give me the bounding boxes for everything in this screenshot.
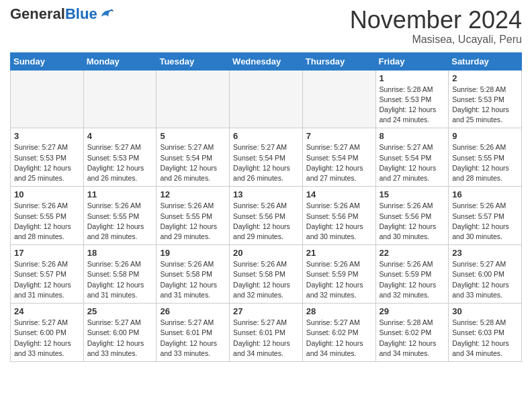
day-info: Sunrise: 5:28 AM Sunset: 5:53 PM Dayligh…: [380, 85, 445, 126]
calendar-cell: 9Sunrise: 5:26 AM Sunset: 5:55 PM Daylig…: [449, 128, 522, 187]
calendar-cell: 19Sunrise: 5:26 AM Sunset: 5:58 PM Dayli…: [157, 245, 230, 304]
day-number: 16: [452, 189, 518, 199]
day-info: Sunrise: 5:27 AM Sunset: 5:54 PM Dayligh…: [306, 142, 372, 183]
calendar-cell: [230, 70, 303, 128]
calendar-cell: 30Sunrise: 5:28 AM Sunset: 6:03 PM Dayli…: [449, 304, 522, 362]
day-info: Sunrise: 5:26 AM Sunset: 5:55 PM Dayligh…: [160, 201, 226, 242]
day-number: 25: [87, 306, 153, 316]
calendar-cell: 8Sunrise: 5:27 AM Sunset: 5:54 PM Daylig…: [375, 128, 449, 187]
day-info: Sunrise: 5:26 AM Sunset: 5:56 PM Dayligh…: [306, 201, 372, 242]
location-title: Masisea, Ucayali, Peru: [350, 34, 522, 46]
day-number: 18: [87, 248, 153, 258]
calendar-cell: [302, 70, 375, 128]
calendar-cell: 10Sunrise: 5:26 AM Sunset: 5:55 PM Dayli…: [11, 187, 84, 245]
calendar-week-row: 1Sunrise: 5:28 AM Sunset: 5:53 PM Daylig…: [11, 70, 522, 128]
calendar-cell: 26Sunrise: 5:27 AM Sunset: 6:01 PM Dayli…: [157, 304, 230, 362]
calendar-cell: 27Sunrise: 5:27 AM Sunset: 6:01 PM Dayli…: [230, 304, 303, 362]
logo-general-text: General: [10, 7, 65, 21]
calendar-table: SundayMondayTuesdayWednesdayThursdayFrid…: [10, 52, 522, 362]
day-number: 22: [380, 248, 445, 258]
day-info: Sunrise: 5:26 AM Sunset: 5:55 PM Dayligh…: [14, 201, 80, 242]
day-number: 13: [233, 189, 299, 199]
logo-bird-icon: [99, 7, 114, 21]
day-number: 10: [14, 189, 80, 199]
calendar-cell: 20Sunrise: 5:26 AM Sunset: 5:58 PM Dayli…: [230, 245, 303, 304]
day-number: 5: [160, 131, 226, 141]
day-info: Sunrise: 5:27 AM Sunset: 6:00 PM Dayligh…: [14, 318, 80, 359]
day-info: Sunrise: 5:26 AM Sunset: 5:55 PM Dayligh…: [452, 142, 518, 183]
day-number: 27: [233, 306, 299, 316]
day-number: 6: [233, 131, 299, 141]
day-info: Sunrise: 5:26 AM Sunset: 5:59 PM Dayligh…: [306, 259, 372, 300]
calendar-cell: 14Sunrise: 5:26 AM Sunset: 5:56 PM Dayli…: [302, 187, 375, 245]
day-info: Sunrise: 5:27 AM Sunset: 5:54 PM Dayligh…: [233, 142, 299, 183]
day-info: Sunrise: 5:28 AM Sunset: 5:53 PM Dayligh…: [452, 85, 518, 126]
day-info: Sunrise: 5:27 AM Sunset: 6:02 PM Dayligh…: [306, 318, 372, 359]
day-number: 7: [306, 131, 372, 141]
day-info: Sunrise: 5:26 AM Sunset: 5:59 PM Dayligh…: [380, 259, 445, 300]
weekday-header-thursday: Thursday: [302, 52, 375, 70]
day-number: 8: [380, 131, 445, 141]
day-number: 20: [233, 248, 299, 258]
day-number: 15: [380, 189, 445, 199]
day-info: Sunrise: 5:26 AM Sunset: 5:56 PM Dayligh…: [380, 201, 445, 242]
weekday-header-wednesday: Wednesday: [230, 52, 303, 70]
calendar-week-row: 3Sunrise: 5:27 AM Sunset: 5:53 PM Daylig…: [11, 128, 522, 187]
day-number: 21: [306, 248, 372, 258]
day-info: Sunrise: 5:26 AM Sunset: 5:57 PM Dayligh…: [14, 259, 80, 300]
day-info: Sunrise: 5:28 AM Sunset: 6:03 PM Dayligh…: [452, 318, 518, 359]
calendar-week-row: 17Sunrise: 5:26 AM Sunset: 5:57 PM Dayli…: [11, 245, 522, 304]
calendar-cell: 28Sunrise: 5:27 AM Sunset: 6:02 PM Dayli…: [302, 304, 375, 362]
calendar-cell: 16Sunrise: 5:26 AM Sunset: 5:57 PM Dayli…: [449, 187, 522, 245]
calendar-cell: 12Sunrise: 5:26 AM Sunset: 5:55 PM Dayli…: [157, 187, 230, 245]
calendar-cell: 17Sunrise: 5:26 AM Sunset: 5:57 PM Dayli…: [11, 245, 84, 304]
calendar-cell: 1Sunrise: 5:28 AM Sunset: 5:53 PM Daylig…: [375, 70, 449, 128]
calendar-cell: 2Sunrise: 5:28 AM Sunset: 5:53 PM Daylig…: [449, 70, 522, 128]
day-info: Sunrise: 5:27 AM Sunset: 6:00 PM Dayligh…: [87, 318, 153, 359]
day-number: 28: [306, 306, 372, 316]
day-number: 1: [380, 73, 445, 83]
calendar-cell: [11, 70, 84, 128]
calendar-cell: [157, 70, 230, 128]
day-info: Sunrise: 5:26 AM Sunset: 5:58 PM Dayligh…: [160, 259, 226, 300]
day-number: 12: [160, 189, 226, 199]
day-info: Sunrise: 5:26 AM Sunset: 5:56 PM Dayligh…: [233, 201, 299, 242]
day-info: Sunrise: 5:27 AM Sunset: 6:01 PM Dayligh…: [233, 318, 299, 359]
day-number: 2: [452, 73, 518, 83]
header: GeneralBlue November 2024 Masisea, Ucaya…: [10, 7, 522, 46]
calendar-cell: 21Sunrise: 5:26 AM Sunset: 5:59 PM Dayli…: [302, 245, 375, 304]
day-number: 26: [160, 306, 226, 316]
calendar-cell: 5Sunrise: 5:27 AM Sunset: 5:54 PM Daylig…: [157, 128, 230, 187]
logo: GeneralBlue: [10, 7, 114, 21]
day-number: 23: [452, 248, 518, 258]
day-number: 9: [452, 131, 518, 141]
calendar-cell: 11Sunrise: 5:26 AM Sunset: 5:55 PM Dayli…: [83, 187, 157, 245]
calendar-cell: 29Sunrise: 5:28 AM Sunset: 6:02 PM Dayli…: [375, 304, 449, 362]
weekday-header-tuesday: Tuesday: [157, 52, 230, 70]
calendar-week-row: 10Sunrise: 5:26 AM Sunset: 5:55 PM Dayli…: [11, 187, 522, 245]
day-info: Sunrise: 5:27 AM Sunset: 5:53 PM Dayligh…: [87, 142, 153, 183]
calendar-cell: 7Sunrise: 5:27 AM Sunset: 5:54 PM Daylig…: [302, 128, 375, 187]
weekday-header-sunday: Sunday: [11, 52, 84, 70]
calendar-cell: 13Sunrise: 5:26 AM Sunset: 5:56 PM Dayli…: [230, 187, 303, 245]
calendar-cell: [83, 70, 157, 128]
page: GeneralBlue November 2024 Masisea, Ucaya…: [0, 0, 532, 372]
day-info: Sunrise: 5:26 AM Sunset: 5:57 PM Dayligh…: [452, 201, 518, 242]
day-info: Sunrise: 5:26 AM Sunset: 5:58 PM Dayligh…: [87, 259, 153, 300]
weekday-header-friday: Friday: [375, 52, 449, 70]
calendar-cell: 25Sunrise: 5:27 AM Sunset: 6:00 PM Dayli…: [83, 304, 157, 362]
day-number: 29: [380, 306, 445, 316]
calendar-cell: 6Sunrise: 5:27 AM Sunset: 5:54 PM Daylig…: [230, 128, 303, 187]
day-info: Sunrise: 5:27 AM Sunset: 5:54 PM Dayligh…: [160, 142, 226, 183]
calendar-header-row: SundayMondayTuesdayWednesdayThursdayFrid…: [11, 52, 522, 70]
day-info: Sunrise: 5:27 AM Sunset: 5:53 PM Dayligh…: [14, 142, 80, 183]
day-info: Sunrise: 5:27 AM Sunset: 5:54 PM Dayligh…: [380, 142, 445, 183]
day-number: 19: [160, 248, 226, 258]
calendar-cell: 15Sunrise: 5:26 AM Sunset: 5:56 PM Dayli…: [375, 187, 449, 245]
day-number: 30: [452, 306, 518, 316]
weekday-header-monday: Monday: [83, 52, 157, 70]
logo-blue-text: Blue: [65, 7, 97, 21]
day-number: 24: [14, 306, 80, 316]
day-number: 17: [14, 248, 80, 258]
calendar-cell: 24Sunrise: 5:27 AM Sunset: 6:00 PM Dayli…: [11, 304, 84, 362]
